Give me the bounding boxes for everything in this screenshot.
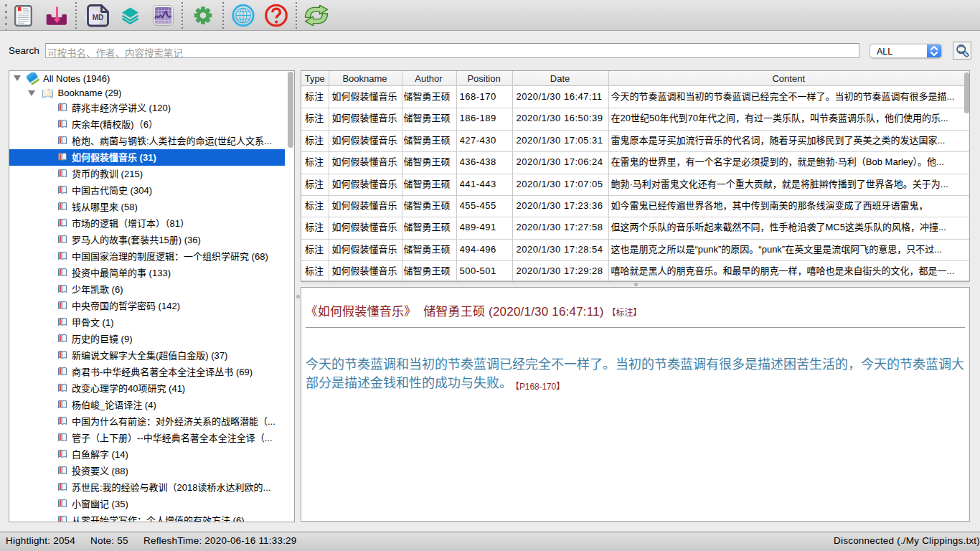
svg-text:MD: MD bbox=[93, 14, 104, 22]
